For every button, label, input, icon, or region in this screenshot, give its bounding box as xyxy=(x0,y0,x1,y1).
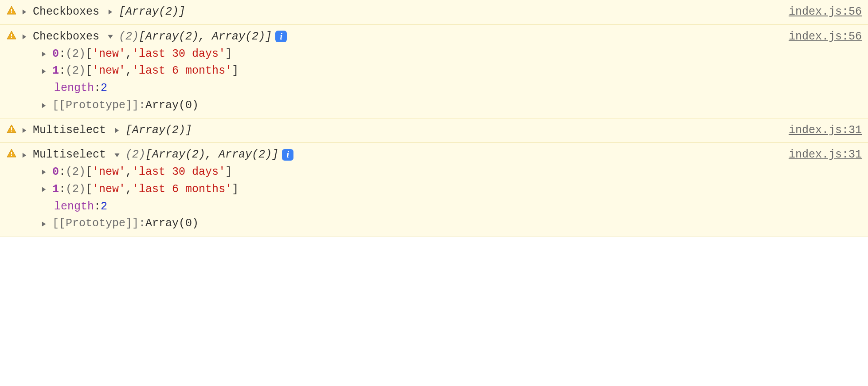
array-count: (2) xyxy=(66,46,86,63)
array-item: 0: (2) ['new', 'last 30 days'] xyxy=(41,164,780,181)
array-index: 0 xyxy=(52,164,59,181)
log-summary-line: Multiselect (2) [Array(2), Array(2)]i xyxy=(21,146,780,164)
chevron-down-icon[interactable] xyxy=(114,152,120,158)
string-value: 'new' xyxy=(92,164,125,181)
prototype-value: Array(0) xyxy=(145,97,199,114)
length-value: 2 xyxy=(101,198,107,216)
warning-icon xyxy=(6,4,21,16)
console-row: Checkboxes (2) [Array(2), Array(2)]i0: (… xyxy=(0,25,868,118)
svg-rect-6 xyxy=(11,152,12,154)
length-key: length xyxy=(54,198,94,216)
disclosure-icon[interactable] xyxy=(21,34,27,40)
disclosure-icon[interactable] xyxy=(21,152,27,158)
colon: : xyxy=(59,46,66,63)
log-summary-line: Checkboxes (2) [Array(2), Array(2)]i xyxy=(21,28,780,46)
array-count: (2) xyxy=(125,146,145,164)
array-index: 1 xyxy=(52,63,59,80)
svg-rect-3 xyxy=(11,37,12,38)
length-key: length xyxy=(54,80,94,97)
array-count: (2) xyxy=(66,164,86,181)
chevron-right-icon[interactable] xyxy=(41,102,47,109)
array-item: 1: (2) ['new', 'last 6 months'] xyxy=(41,63,780,80)
chevron-right-icon[interactable] xyxy=(107,9,113,15)
console-row-body: Multiselect [Array(2)] xyxy=(21,122,780,139)
colon: : xyxy=(59,164,66,181)
prototype-key: [[Prototype]] xyxy=(52,97,139,114)
array-expanded-preview[interactable]: [Array(2), Array(2)] xyxy=(145,146,278,164)
console-row-body: Checkboxes [Array(2)] xyxy=(21,4,780,21)
length-value: 2 xyxy=(101,80,107,97)
svg-rect-5 xyxy=(11,130,12,131)
prototype-line: [[Prototype]]: Array(0) xyxy=(41,97,780,114)
array-item: 1: (2) ['new', 'last 6 months'] xyxy=(41,181,780,198)
chevron-down-icon[interactable] xyxy=(107,34,113,40)
array-item: 0: (2) ['new', 'last 30 days'] xyxy=(41,46,780,63)
chevron-right-icon[interactable] xyxy=(41,68,47,75)
prototype-value: Array(0) xyxy=(145,215,199,232)
warning-icon xyxy=(6,146,21,159)
log-label: Multiselect xyxy=(33,122,106,139)
string-value: 'last 6 months' xyxy=(132,63,232,80)
info-icon[interactable]: i xyxy=(275,31,287,42)
chevron-right-icon[interactable] xyxy=(41,51,47,57)
warning-icon xyxy=(6,28,21,41)
console-row: Multiselect (2) [Array(2), Array(2)]i0: … xyxy=(0,143,868,236)
disclosure-icon[interactable] xyxy=(21,9,27,15)
source-link[interactable]: index.js:31 xyxy=(780,122,862,139)
string-value: 'last 6 months' xyxy=(132,181,232,198)
string-value: 'new' xyxy=(92,181,125,198)
array-index: 0 xyxy=(52,46,59,63)
array-expanded-preview[interactable]: [Array(2), Array(2)] xyxy=(139,28,272,46)
warning-icon xyxy=(6,122,21,134)
chevron-right-icon[interactable] xyxy=(41,169,47,175)
source-link[interactable]: index.js:56 xyxy=(780,28,862,46)
source-link[interactable]: index.js:31 xyxy=(780,146,862,164)
svg-rect-4 xyxy=(11,127,12,130)
console-row-body: Checkboxes (2) [Array(2), Array(2)]i0: (… xyxy=(21,28,780,114)
log-label: Multiselect xyxy=(33,146,106,164)
string-value: 'new' xyxy=(92,63,125,80)
array-length-line: length: 2 xyxy=(41,198,780,216)
svg-rect-1 xyxy=(11,12,12,13)
console-row: Multiselect [Array(2)]index.js:31 xyxy=(0,118,868,143)
chevron-right-icon[interactable] xyxy=(41,221,47,227)
array-index: 1 xyxy=(52,181,59,198)
array-count: (2) xyxy=(66,181,86,198)
colon: : xyxy=(59,181,66,198)
svg-rect-0 xyxy=(11,9,12,12)
array-children: 0: (2) ['new', 'last 30 days']1: (2) ['n… xyxy=(21,164,780,232)
string-value: 'last 30 days' xyxy=(132,46,225,63)
array-count: (2) xyxy=(66,63,86,80)
log-summary-line: Checkboxes [Array(2)] xyxy=(21,4,780,21)
array-collapsed-preview[interactable]: [Array(2)] xyxy=(119,4,185,21)
colon: : xyxy=(59,63,66,80)
svg-rect-2 xyxy=(11,34,12,36)
log-summary-line: Multiselect [Array(2)] xyxy=(21,122,780,139)
array-collapsed-preview[interactable]: [Array(2)] xyxy=(125,122,192,139)
chevron-right-icon[interactable] xyxy=(41,186,47,193)
array-count: (2) xyxy=(119,28,139,46)
svg-rect-7 xyxy=(11,155,12,156)
prototype-key: [[Prototype]] xyxy=(52,215,139,232)
array-length-line: length: 2 xyxy=(41,80,780,97)
console-row: Checkboxes [Array(2)]index.js:56 xyxy=(0,0,868,25)
array-children: 0: (2) ['new', 'last 30 days']1: (2) ['n… xyxy=(21,46,780,114)
log-label: Checkboxes xyxy=(33,28,99,46)
prototype-line: [[Prototype]]: Array(0) xyxy=(41,215,780,232)
log-label: Checkboxes xyxy=(33,4,99,21)
console-row-body: Multiselect (2) [Array(2), Array(2)]i0: … xyxy=(21,146,780,232)
chevron-right-icon[interactable] xyxy=(114,127,120,134)
disclosure-icon[interactable] xyxy=(21,127,27,134)
source-link[interactable]: index.js:56 xyxy=(780,4,862,21)
string-value: 'new' xyxy=(92,46,125,63)
info-icon[interactable]: i xyxy=(282,149,293,161)
string-value: 'last 30 days' xyxy=(132,164,225,181)
